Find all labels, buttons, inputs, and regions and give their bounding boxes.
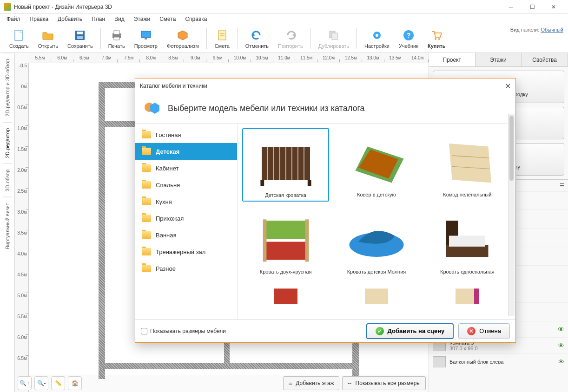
list-item[interactable]: Балконный блок слева👁 [429,354,568,370]
main-toolbar: Создать Открыть Сохранить Печать Просмот… [0,24,568,53]
category-item[interactable]: Детская [135,143,237,160]
maximize-button[interactable]: ☐ [522,0,543,14]
gallery-item[interactable]: Кровать двух-ярусная [242,205,329,278]
gallery-item[interactable] [424,281,511,311]
gallery-item[interactable] [242,281,329,311]
tab-3d[interactable]: 3D-обзор [3,163,12,197]
buy-button[interactable]: Купить [423,27,450,50]
category-item[interactable]: Разное [135,260,237,277]
eye-icon[interactable]: 👁 [558,358,564,366]
category-item[interactable]: Тренажерный зал [135,243,237,260]
svg-rect-56 [365,288,388,304]
svg-rect-8 [145,38,147,39]
dialog-close-button[interactable]: ✕ [505,82,511,91]
help-icon: ? [402,28,416,42]
close-button[interactable]: ✕ [543,0,564,14]
redo-icon [284,28,297,42]
ruler-tick: 5.5м [29,53,51,63]
ruler-horizontal: 5.5м6.0м6.5м7.0м7.5м8.0м8.5м9.0м9.5м10.0… [29,53,429,63]
ruler-tick: 0м [15,84,28,105]
undo-button[interactable]: Отменить [241,27,273,50]
canvas-actions: ≣Добавить этаж ↔Показывать все размеры [283,376,426,390]
menu-floors[interactable]: Этажи [130,15,154,23]
add-to-scene-button[interactable]: ✓Добавить на сцену [366,323,454,339]
dialog-heading: Выберите модель мебели или техники из ка… [168,104,365,113]
estimate-button[interactable]: Смета [210,27,235,50]
folder-icon [142,181,151,189]
svg-rect-50 [305,219,309,261]
minimize-button[interactable]: ─ [500,0,522,14]
zoom-in-button[interactable]: 🔍+ [18,376,32,390]
category-item[interactable]: Кабинет [135,160,237,176]
ruler-tick: 14.0м [406,53,429,63]
list-view-icon[interactable]: ☰ [560,183,564,189]
menu-help[interactable]: Справка [181,15,211,23]
gallery-item[interactable] [333,281,420,311]
show-sizes-checkbox[interactable]: Показывать размеры мебели [141,328,226,334]
duplicate-button[interactable]: Дублировать [314,27,354,50]
item-label: Кровать односпальная [427,269,508,274]
menu-view[interactable]: Вид [111,15,128,23]
preview-button[interactable]: Просмотр [130,27,162,50]
svg-rect-47 [264,221,307,239]
eye-icon[interactable]: 👁 [558,342,564,349]
zoom-out-button[interactable]: 🔍- [34,376,48,390]
photoreal-button[interactable]: Фотореализм [162,27,204,50]
item-label: Кровать двух-ярусная [245,269,326,274]
category-item[interactable]: Прихожая [135,210,237,227]
gallery-item[interactable]: Детская кроватка [242,128,329,202]
ruler-tick: 11.0м [273,53,296,63]
menu-file[interactable]: Файл [3,15,24,23]
tab-2d[interactable]: 2D-редактор [3,122,12,163]
layers-icon: ≣ [288,380,293,386]
gallery-item[interactable]: Кровать односпальная [424,205,511,278]
svg-point-20 [438,38,440,40]
category-item[interactable]: Кухня [135,193,237,210]
home-button[interactable]: 🏠 [68,376,82,390]
open-button[interactable]: Открыть [33,27,63,50]
measure-button[interactable]: 📏 [51,376,65,390]
print-button[interactable]: Печать [104,27,130,50]
category-item[interactable]: Ванная [135,227,237,243]
item-thumbnail [336,209,416,269]
tab-properties[interactable]: Свойства [522,53,568,66]
add-floor-button[interactable]: ≣Добавить этаж [283,376,339,390]
dialog-title: Каталог мебели и техники [140,83,207,89]
menu-plan[interactable]: План [88,15,109,23]
panel-mode-link[interactable]: Обычный [541,27,563,33]
tab-2d3d[interactable]: 2D-редактор и 3D-обзор [3,53,12,122]
menu-edit[interactable]: Правка [26,15,53,23]
folder-icon [142,148,151,155]
gallery-item[interactable]: Ковер в детскую [333,128,420,202]
tab-project[interactable]: Проект [429,53,476,66]
svg-rect-53 [446,245,489,257]
ruler-tick: 2.5м [15,189,28,209]
redo-button[interactable]: Повторить [273,27,308,50]
save-button[interactable]: Сохранить [63,27,98,50]
tab-floors[interactable]: Этажи [476,53,522,66]
settings-button[interactable]: Настройки [360,27,394,50]
tab-virtual[interactable]: Виртуальный визит [3,197,12,255]
gallery-item[interactable]: Комод пеленальный [424,128,511,202]
create-button[interactable]: Создать [5,27,33,50]
ruler-tick: 10.5м [251,53,273,63]
catalog-icon [143,99,161,118]
eye-icon[interactable]: 👁 [558,326,564,333]
ruler-tick: 6.5м [15,356,28,377]
item-thumbnail [245,209,326,269]
menu-estimate[interactable]: Смета [156,15,179,23]
item-thumbnail [245,285,326,308]
ruler-tick: 5.0м [15,293,28,314]
item-gallery: Детская кроваткаКовер в детскуюКомод пел… [238,124,515,319]
item-label: Детская кроватка [246,192,325,198]
ruler-tick: 12.5м [340,53,362,63]
gallery-scrollbar[interactable] [508,124,515,316]
menu-add[interactable]: Добавить [54,15,86,23]
category-item[interactable]: Гостиная [135,126,237,143]
svg-rect-49 [263,219,266,261]
gallery-item[interactable]: Кровать детская Молния [333,205,420,278]
category-item[interactable]: Спальня [135,176,237,193]
show-dims-button[interactable]: ↔Показывать все размеры [342,376,426,390]
tutorial-button[interactable]: ?Учебник [394,27,423,50]
cancel-button[interactable]: ✕Отмена [458,323,510,339]
